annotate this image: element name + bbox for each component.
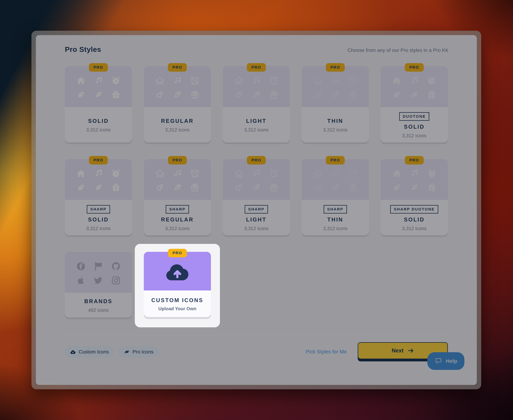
- rocket-icon: [155, 90, 165, 99]
- house-icon: [76, 169, 86, 178]
- style-variant-badge: SHARP: [166, 205, 189, 214]
- style-card-duotone-solid[interactable]: PRODUOTONESOLID3,312 icons: [381, 66, 448, 142]
- style-count: 3,312 icons: [165, 127, 190, 133]
- gift-icon: [269, 90, 279, 99]
- style-card-custom[interactable]: PROCUSTOM ICONSUpload Your Own: [144, 252, 211, 317]
- card-label-area: SHARP DUOTONESOLID3,312 icons: [381, 200, 448, 235]
- house-icon: [392, 76, 402, 85]
- style-name: SOLID: [88, 118, 109, 124]
- pro-styles-page: Pro Styles Choose from any of our Pro st…: [36, 35, 477, 385]
- alarm-clock-icon: [269, 169, 279, 178]
- rocket-icon: [155, 183, 165, 192]
- card-label-area: REGULAR3,312 icons: [144, 107, 211, 142]
- pro-badge: PRO: [326, 63, 345, 72]
- help-button[interactable]: Help: [427, 352, 464, 370]
- footer-bar: Custom Icons Pro Icons Pick Styles for M…: [65, 342, 448, 361]
- style-cards-grid: PROSOLID3,312 iconsPROREGULAR3,312 icons…: [65, 66, 448, 327]
- style-count: 3,312 icons: [323, 127, 348, 133]
- help-button-label: Help: [446, 358, 457, 364]
- icon-preview-area: [302, 159, 369, 200]
- card-label-area: SHARPREGULAR3,312 icons: [144, 200, 211, 235]
- music-note-icon: [331, 76, 340, 85]
- style-card-regular[interactable]: PROREGULAR3,312 icons: [144, 66, 211, 142]
- card-label-area: LIGHT3,312 icons: [223, 107, 290, 142]
- gift-icon: [348, 90, 358, 99]
- pro-badge: PRO: [89, 156, 108, 165]
- style-name: SOLID: [88, 217, 109, 223]
- pro-badge: PRO: [247, 63, 266, 72]
- alarm-clock-icon: [190, 169, 200, 178]
- style-card-light[interactable]: PROLIGHT3,312 icons: [223, 66, 290, 142]
- arrow-right-icon: [408, 347, 414, 354]
- alarm-clock-icon: [348, 169, 358, 178]
- custom-upload-preview: [144, 252, 211, 291]
- pen-nib-icon: [331, 90, 340, 99]
- pro-badge: PRO: [405, 63, 424, 72]
- music-note-icon: [94, 76, 103, 85]
- pro-icons-pill-label: Pro Icons: [132, 349, 153, 355]
- pro-badge: PRO: [247, 156, 266, 165]
- style-subtitle: Upload Your Own: [158, 306, 196, 311]
- icon-preview-area: [381, 66, 448, 107]
- pen-nib-icon: [173, 90, 182, 99]
- instagram-icon: [111, 275, 121, 285]
- alarm-clock-icon: [269, 76, 279, 85]
- style-card-sharp-light[interactable]: PROSHARPLIGHT3,312 icons: [223, 159, 290, 235]
- pen-nib-icon: [252, 90, 261, 99]
- style-count: 3,312 icons: [165, 226, 190, 231]
- style-card-brands[interactable]: BRANDS492 icons: [65, 252, 132, 317]
- pro-badge: PRO: [168, 156, 187, 165]
- style-name: LIGHT: [246, 217, 267, 223]
- style-variant-badge: DUOTONE: [399, 112, 429, 121]
- music-note-icon: [173, 76, 182, 85]
- gift-icon: [111, 183, 121, 192]
- footer-divider: [58, 335, 455, 335]
- style-card-sharp-regular[interactable]: PROSHARPREGULAR3,312 icons: [144, 159, 211, 235]
- card-label-area: THIN3,312 icons: [302, 107, 369, 142]
- pro-badge: PRO: [168, 63, 187, 72]
- github-icon: [111, 261, 121, 271]
- style-count: 3,312 icons: [402, 133, 427, 139]
- gift-icon: [190, 183, 200, 192]
- gift-icon: [111, 90, 121, 99]
- style-card-sharp-thin[interactable]: PROSHARPTHIN3,312 icons: [302, 159, 369, 235]
- pick-styles-link[interactable]: Pick Styles for Me: [306, 349, 347, 355]
- pro-badge: PRO: [168, 249, 187, 257]
- house-icon: [155, 76, 165, 85]
- pro-badge: PRO: [89, 63, 108, 72]
- page-title: Pro Styles: [65, 45, 101, 54]
- house-icon: [392, 169, 402, 178]
- music-note-icon: [173, 169, 182, 178]
- style-name: SOLID: [404, 124, 425, 130]
- pen-nib-icon: [173, 183, 182, 192]
- style-card-solid[interactable]: PROSOLID3,312 icons: [65, 66, 132, 142]
- page-content: Pro Styles Choose from any of our Pro st…: [36, 35, 477, 361]
- style-count: 3,312 icons: [244, 127, 269, 133]
- card-label-area: SHARPLIGHT3,312 icons: [223, 200, 290, 235]
- gift-icon: [427, 90, 436, 99]
- spotlight-highlight: PROCUSTOM ICONSUpload Your Own: [135, 244, 220, 327]
- pro-icons-pill[interactable]: Pro Icons: [119, 346, 159, 358]
- cloud-arrow-up-icon: [70, 349, 76, 355]
- style-card-sharp-solid[interactable]: PROSHARPSOLID3,312 icons: [65, 159, 132, 235]
- style-card-sharp-duotone-solid[interactable]: PROSHARP DUOTONESOLID3,312 icons: [381, 159, 448, 235]
- style-name: BRANDS: [84, 298, 113, 305]
- rocket-icon: [392, 90, 402, 99]
- icon-preview-area: [302, 66, 369, 107]
- icon-preview-area: [144, 159, 211, 200]
- rocket-icon: [313, 90, 323, 99]
- style-variant-badge: SHARP: [245, 205, 268, 214]
- style-count: 3,312 icons: [402, 226, 427, 231]
- font-awesome-flag-icon: [93, 261, 103, 271]
- pro-badge: PRO: [405, 156, 424, 165]
- pen-nib-icon: [94, 183, 103, 192]
- card-label-area: SOLID3,312 icons: [65, 107, 132, 142]
- alarm-clock-icon: [111, 76, 121, 85]
- house-icon: [234, 76, 244, 85]
- style-card-thin[interactable]: PROTHIN3,312 icons: [302, 66, 369, 142]
- custom-icons-pill[interactable]: Custom Icons: [65, 346, 114, 358]
- rocket-icon: [392, 183, 402, 192]
- alarm-clock-icon: [111, 169, 121, 178]
- style-name: LIGHT: [246, 118, 267, 124]
- music-note-icon: [410, 76, 419, 85]
